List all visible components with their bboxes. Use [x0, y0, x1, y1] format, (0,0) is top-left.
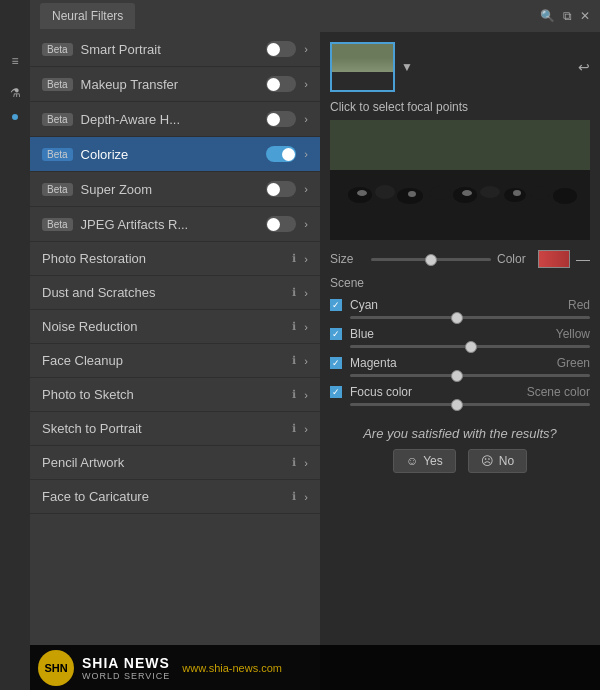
reset-icon[interactable]: ↩	[578, 59, 590, 75]
filter-toggle-depth-aware-haze[interactable]	[266, 111, 296, 127]
filter-info-noise-reduction[interactable]: ℹ	[292, 320, 296, 333]
filter-item-noise-reduction[interactable]: Noise Reductionℹ›	[30, 310, 320, 344]
yes-button[interactable]: ☺ Yes	[393, 449, 456, 473]
svg-point-10	[530, 186, 550, 200]
color-slider-thumb-focus-color[interactable]	[451, 399, 463, 411]
filter-item-colorize[interactable]: BetaColorize›	[30, 137, 320, 172]
filter-arrow-photo-restoration[interactable]: ›	[304, 253, 308, 265]
toggle-knob-super-zoom	[267, 183, 280, 196]
close-icon[interactable]: ✕	[580, 9, 590, 23]
filter-info-sketch-to-portrait[interactable]: ℹ	[292, 422, 296, 435]
filter-arrow-photo-to-sketch[interactable]: ›	[304, 389, 308, 401]
filter-arrow-sketch-to-portrait[interactable]: ›	[304, 423, 308, 435]
color-label-focus-color: Focus color	[350, 385, 527, 399]
filter-info-face-cleanup[interactable]: ℹ	[292, 354, 296, 367]
filter-badge-smart-portrait: Beta	[42, 43, 73, 56]
tab-bar: Neural Filters 🔍 ⧉ ✕	[30, 0, 600, 32]
checkbox-cyan[interactable]: ✓	[330, 299, 342, 311]
filter-item-super-zoom[interactable]: BetaSuper Zoom›	[30, 172, 320, 207]
search-icon[interactable]: 🔍	[540, 9, 555, 23]
filter-item-dust-scratches[interactable]: Dust and Scratchesℹ›	[30, 276, 320, 310]
filter-arrow-colorize[interactable]: ›	[304, 148, 308, 160]
checkbox-blue[interactable]: ✓	[330, 328, 342, 340]
filter-info-face-to-caricature[interactable]: ℹ	[292, 490, 296, 503]
filter-name-dust-scratches: Dust and Scratches	[42, 285, 292, 300]
svg-point-4	[375, 185, 395, 199]
filter-toggle-colorize[interactable]	[266, 146, 296, 162]
filter-badge-depth-aware-haze: Beta	[42, 113, 73, 126]
filter-toggle-makeup-transfer[interactable]	[266, 76, 296, 92]
color-row-header-blue: ✓ Blue Yellow	[330, 327, 590, 341]
neural-filters-tab[interactable]: Neural Filters	[40, 3, 135, 29]
color-slider-thumb-blue[interactable]	[465, 341, 477, 353]
color-slider-track-focus-color[interactable]	[350, 403, 590, 406]
filter-name-photo-to-sketch: Photo to Sketch	[42, 387, 292, 402]
toggle-knob-makeup-transfer	[267, 78, 280, 91]
filter-arrow-pencil-artwork[interactable]: ›	[304, 457, 308, 469]
sidebar-icon-filter[interactable]: ≡	[4, 50, 26, 72]
filter-arrow-jpeg-artifacts[interactable]: ›	[304, 218, 308, 230]
filter-item-sketch-to-portrait[interactable]: Sketch to Portraitℹ›	[30, 412, 320, 446]
color-slider-thumb-magenta[interactable]	[451, 370, 463, 382]
color-label-cyan: Cyan	[350, 298, 568, 312]
color-opposite-cyan: Red	[568, 298, 590, 312]
color-opposite-blue: Yellow	[556, 327, 590, 341]
no-button[interactable]: ☹ No	[468, 449, 527, 473]
filter-item-face-cleanup[interactable]: Face Cleanupℹ›	[30, 344, 320, 378]
tab-icon-group: 🔍 ⧉ ✕	[540, 9, 590, 23]
preview-dropdown-icon[interactable]: ▼	[401, 60, 413, 74]
yes-label: Yes	[423, 454, 443, 468]
filter-item-makeup-transfer[interactable]: BetaMakeup Transfer›	[30, 67, 320, 102]
sidebar-icon-flask[interactable]: ⚗	[4, 82, 26, 104]
right-panel: ▼ ↩ Click to select focal points	[320, 32, 600, 690]
color-label: Color	[497, 252, 532, 266]
filter-arrow-face-to-caricature[interactable]: ›	[304, 491, 308, 503]
filter-item-photo-restoration[interactable]: Photo Restorationℹ›	[30, 242, 320, 276]
filter-item-pencil-artwork[interactable]: Pencil Artworkℹ›	[30, 446, 320, 480]
color-slider-track-cyan[interactable]	[350, 316, 590, 319]
focal-text: Click to select focal points	[330, 100, 590, 114]
color-label-magenta: Magenta	[350, 356, 557, 370]
main-panel: Neural Filters 🔍 ⧉ ✕ BetaSmart Portrait›…	[30, 0, 600, 690]
filter-item-jpeg-artifacts[interactable]: BetaJPEG Artifacts R...›	[30, 207, 320, 242]
size-slider-track[interactable]	[371, 258, 491, 261]
filter-arrow-smart-portrait[interactable]: ›	[304, 43, 308, 55]
color-row-magenta: ✓ Magenta Green	[330, 356, 590, 377]
checkmark-focus-color: ✓	[332, 387, 340, 397]
size-slider-thumb[interactable]	[425, 254, 437, 266]
filter-name-colorize: Colorize	[81, 147, 267, 162]
checkbox-magenta[interactable]: ✓	[330, 357, 342, 369]
filter-name-depth-aware-haze: Depth-Aware H...	[81, 112, 267, 127]
color-slider-thumb-cyan[interactable]	[451, 312, 463, 324]
filter-arrow-super-zoom[interactable]: ›	[304, 183, 308, 195]
filter-info-photo-to-sketch[interactable]: ℹ	[292, 388, 296, 401]
filter-arrow-makeup-transfer[interactable]: ›	[304, 78, 308, 90]
color-swatch[interactable]	[538, 250, 570, 268]
filter-info-pencil-artwork[interactable]: ℹ	[292, 456, 296, 469]
sidebar-dot	[12, 114, 18, 120]
filter-item-depth-aware-haze[interactable]: BetaDepth-Aware H...›	[30, 102, 320, 137]
filter-toggle-jpeg-artifacts[interactable]	[266, 216, 296, 232]
filter-arrow-noise-reduction[interactable]: ›	[304, 321, 308, 333]
filter-arrow-face-cleanup[interactable]: ›	[304, 355, 308, 367]
filter-info-photo-restoration[interactable]: ℹ	[292, 252, 296, 265]
filter-badge-jpeg-artifacts: Beta	[42, 218, 73, 231]
filter-toggle-super-zoom[interactable]	[266, 181, 296, 197]
color-slider-track-magenta[interactable]	[350, 374, 590, 377]
filter-arrow-depth-aware-haze[interactable]: ›	[304, 113, 308, 125]
filter-badge-colorize: Beta	[42, 148, 73, 161]
color-slider-track-blue[interactable]	[350, 345, 590, 348]
checkbox-focus-color[interactable]: ✓	[330, 386, 342, 398]
copy-icon[interactable]: ⧉	[563, 9, 572, 23]
toggle-knob-smart-portrait	[267, 43, 280, 56]
scene-label: Scene	[330, 276, 590, 290]
color-minus-btn[interactable]: —	[576, 251, 590, 267]
filter-item-smart-portrait[interactable]: BetaSmart Portrait›	[30, 32, 320, 67]
filter-info-dust-scratches[interactable]: ℹ	[292, 286, 296, 299]
preview-thumbnail[interactable]	[330, 42, 395, 92]
filter-toggle-smart-portrait[interactable]	[266, 41, 296, 57]
filter-item-face-to-caricature[interactable]: Face to Caricatureℹ›	[30, 480, 320, 514]
preview-image[interactable]	[330, 120, 590, 240]
filter-item-photo-to-sketch[interactable]: Photo to Sketchℹ›	[30, 378, 320, 412]
filter-arrow-dust-scratches[interactable]: ›	[304, 287, 308, 299]
